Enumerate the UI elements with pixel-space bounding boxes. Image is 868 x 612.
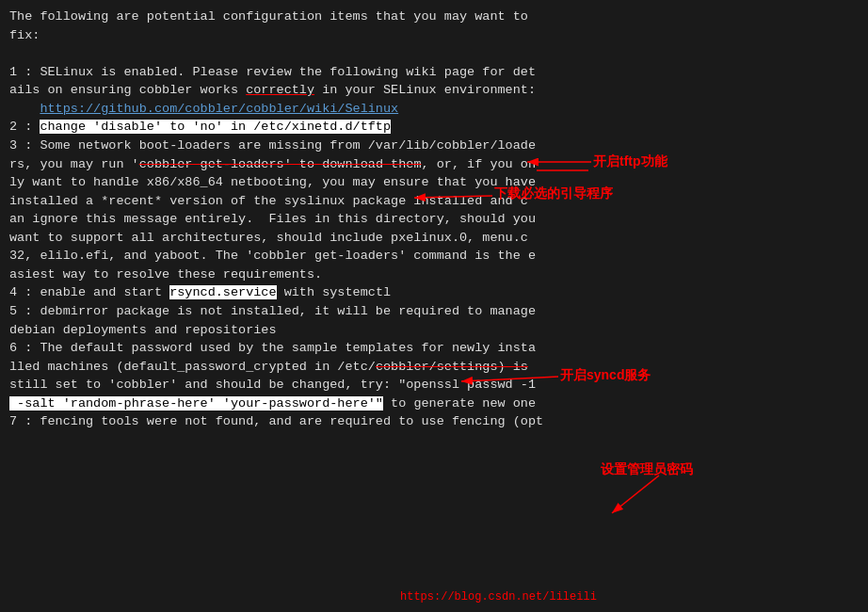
item6-line2: lled machines (default_password_crypted … [9,358,859,377]
item5-line1: 5 : debmirror package is not installed, … [9,302,859,321]
item4-line1: 4 : enable and start rsyncd.service with… [9,283,859,302]
item3-line2: rs, you may run 'cobbler get-loaders' to… [9,155,859,174]
item3-line8: asiest way to resolve these requirements… [9,266,859,284]
terminal-window: The following are potential configuratio… [0,0,868,439]
item6-line1: 6 : The default password used by the sam… [9,339,859,358]
item3-line7: 32, elilo.efi, and yaboot. The 'cobbler … [9,247,859,266]
item7-line1: 7 : fencing tools were not found, and ar… [9,412,859,431]
svg-line-5 [612,475,659,513]
item3-line4: installed a *recent* version of the sysl… [9,192,859,211]
annotation-blog: https://blog.csdn.net/lileili [400,589,597,605]
item3-line3: ly want to handle x86/x86_64 netbooting,… [9,173,859,192]
blank-line1 [9,44,859,63]
item2-line1: 2 : change 'disable' to 'no' in /etc/xin… [9,118,859,137]
item1-line2: ails on ensuring cobbler works correctly… [9,81,859,100]
selinux-link[interactable]: https://github.com/cobbler/cobbler/wiki/… [40,102,398,116]
password-highlight: -salt 'random-phrase-here' 'your-passwor… [9,396,383,411]
item6-line3: still set to 'cobbler' and should be cha… [9,376,859,395]
intro-line2: fix: [9,26,859,45]
item6-line4: -salt 'random-phrase-here' 'your-passwor… [9,395,859,413]
tftp-highlight: change 'disable' to 'no' in /etc/xinetd.… [40,120,391,134]
item3-line5: an ignore this message entirely. Files i… [9,210,859,229]
item5-line2: debian deployments and repositories [9,321,859,340]
item1-line1: 1 : SELinux is enabled. Please review th… [9,63,859,82]
item3-line1: 3 : Some network boot-loaders are missin… [9,137,859,155]
annotation-password: 设置管理员密码 [601,459,693,478]
item1-line3: https://github.com/cobbler/cobbler/wiki/… [9,100,859,119]
rsyncd-highlight: rsyncd.service [169,285,276,299]
intro-line1: The following are potential configuratio… [9,8,859,26]
item3-line6: want to support all architectures, shoul… [9,229,859,248]
